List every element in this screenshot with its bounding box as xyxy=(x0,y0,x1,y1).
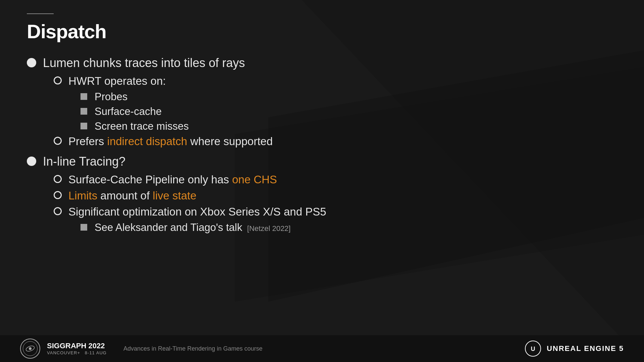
footer: SIGGRAPH 2022 VANCOUVER+ 8-11 AUG Advanc… xyxy=(0,335,644,362)
bullet-1-level1: Lumen chunks traces into tiles of rays xyxy=(27,56,617,70)
slide-title: Dispatch xyxy=(27,20,617,43)
bullet-1-1-1-level3: Probes xyxy=(80,91,617,103)
bullet-2-1-marker xyxy=(54,175,62,183)
footer-right: U UNREAL ENGINE 5 xyxy=(525,340,624,357)
bullet-2-text: In-line Tracing? xyxy=(43,155,125,169)
bullet-2-1-text: Surface-Cache Pipeline only has one CHS xyxy=(68,173,277,186)
ue5-title: UNREAL ENGINE 5 xyxy=(547,344,624,353)
bullet-1-1-2-marker xyxy=(80,108,87,115)
siggraph-title: SIGGRAPH 2022 xyxy=(47,342,107,350)
siggraph-dates: 8-11 AUG xyxy=(85,350,107,355)
svg-point-5 xyxy=(29,347,32,350)
top-rule xyxy=(27,13,54,14)
siggraph-logo xyxy=(20,339,40,359)
bullet-1-1-2-text: Surface-cache xyxy=(95,106,162,118)
bullet-2-3-text: Significant optimization on Xbox Series … xyxy=(68,205,326,218)
ue5-logo-icon: U xyxy=(525,340,541,357)
siggraph-logo-inner xyxy=(23,341,38,356)
bullet-1-1-3-marker xyxy=(80,123,87,129)
live-state-highlight: live state xyxy=(153,189,196,202)
bullet-2-marker xyxy=(27,157,36,166)
bullet-2-2-marker xyxy=(54,191,62,199)
bullet-1-1-3-level3: Screen trace misses xyxy=(80,120,617,132)
bullet-2-3-level2: Significant optimization on Xbox Series … xyxy=(54,205,617,218)
bullet-2-3-1-marker xyxy=(80,224,87,231)
bullet-2-3-1-level3: See Aleksander and Tiago's talk [Netzel … xyxy=(80,222,617,234)
indirect-dispatch-highlight: indirect dispatch xyxy=(107,135,187,147)
bullet-1-1-1-text: Probes xyxy=(95,91,127,103)
bullet-1-marker xyxy=(27,58,36,67)
bullet-1-1-1-marker xyxy=(80,93,87,100)
svg-text:U: U xyxy=(531,346,535,352)
footer-siggraph-text: SIGGRAPH 2022 VANCOUVER+ 8-11 AUG xyxy=(47,342,107,355)
bullet-1-1-marker xyxy=(54,76,62,84)
bullet-2-2-text: Limits amount of live state xyxy=(68,189,197,202)
bullet-2-level1: In-line Tracing? xyxy=(27,155,617,169)
limits-highlight: Limits xyxy=(68,189,97,202)
bullet-1-1-text: HWRT operates on: xyxy=(68,75,166,87)
bullet-2-3-marker xyxy=(54,207,62,215)
footer-left: SIGGRAPH 2022 VANCOUVER+ 8-11 AUG Advanc… xyxy=(20,339,262,359)
one-chs-highlight: one CHS xyxy=(232,173,277,186)
siggraph-orbit-icon xyxy=(25,344,35,354)
netzel-ref: [Netzel 2022] xyxy=(247,224,291,233)
siggraph-location: VANCOUVER+ xyxy=(47,350,80,355)
bullet-1-1-3-text: Screen trace misses xyxy=(95,120,189,132)
footer-course-text: Advances in Real-Time Rendering in Games… xyxy=(123,345,263,352)
main-content: Dispatch Lumen chunks traces into tiles … xyxy=(0,0,644,234)
bullet-1-1-2-level3: Surface-cache xyxy=(80,106,617,118)
siggraph-sub: VANCOUVER+ 8-11 AUG xyxy=(47,350,107,355)
bullet-2-1-level2: Surface-Cache Pipeline only has one CHS xyxy=(54,173,617,186)
bullet-2-2-level2: Limits amount of live state xyxy=(54,189,617,202)
bullet-1-2-text: Prefers indirect dispatch where supporte… xyxy=(68,135,273,148)
bullet-2-3-1-text: See Aleksander and Tiago's talk [Netzel … xyxy=(95,222,290,234)
bullet-1-1-level2: HWRT operates on: xyxy=(54,75,617,87)
bullet-1-text: Lumen chunks traces into tiles of rays xyxy=(43,56,245,70)
bullet-1-2-marker xyxy=(54,137,62,145)
bullet-1-2-level2: Prefers indirect dispatch where supporte… xyxy=(54,135,617,148)
